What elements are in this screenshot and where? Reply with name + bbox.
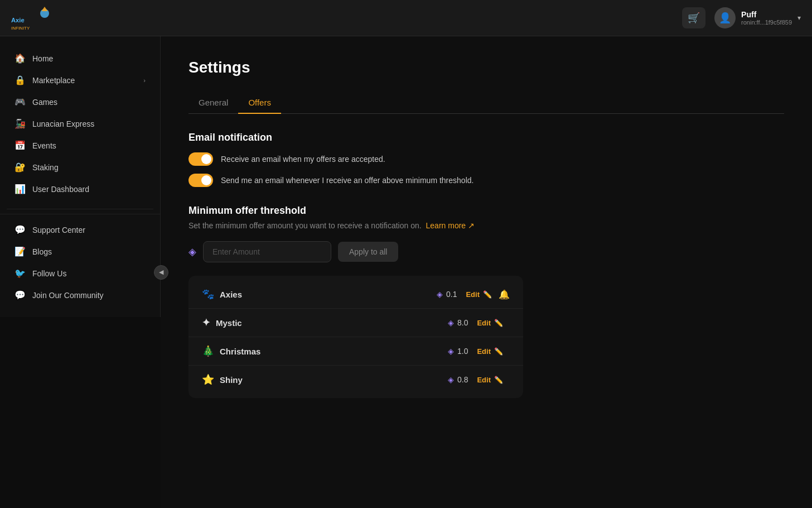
sidebar-item-label: Blogs	[32, 247, 52, 256]
discord-icon: 💬	[14, 290, 26, 300]
external-link-icon: ↗	[468, 221, 475, 230]
apply-to-all-button[interactable]: Apply to all	[338, 242, 398, 262]
sidebar-item-staking[interactable]: 🔐 Staking	[7, 156, 153, 178]
tab-offers[interactable]: Offers	[238, 92, 281, 114]
sidebar-item-support-center[interactable]: 💬 Support Center	[7, 219, 153, 241]
offer-label-shiny: Shiny	[220, 375, 243, 385]
toggle-accept[interactable]	[188, 152, 213, 166]
offer-label-mystic: Mystic	[216, 318, 242, 328]
threshold-title: Minimum offer threshold	[188, 205, 784, 217]
user-info: Puff ronin:ff...1f9c5f859	[741, 10, 792, 26]
home-icon: 🏠	[14, 53, 26, 64]
christmas-icon: 🎄	[202, 345, 214, 357]
sidebar-item-marketplace[interactable]: 🔒 Marketplace ›	[7, 69, 153, 91]
offer-eth-axies: ◈ 0.1	[437, 290, 457, 299]
logo-area: Axie INFINITY	[11, 4, 56, 32]
offers-table: 🐾 Axies ◈ 0.1 Edit ✏️ 🔔 ✦ Mystic ◈	[188, 276, 523, 398]
blog-icon: 📝	[14, 246, 26, 257]
sidebar-item-follow-us[interactable]: 🐦 Follow Us	[7, 262, 153, 284]
sidebar-item-home[interactable]: 🏠 Home	[7, 47, 153, 69]
user-menu[interactable]: 👤 Puff ronin:ff...1f9c5f859 ▾	[714, 7, 801, 28]
sidebar-wrapper: 🏠 Home 🔒 Marketplace › 🎮 Games 🚂 Lunacia…	[0, 36, 161, 508]
email-notification-title: Email notification	[188, 132, 784, 143]
chevron-right-icon: ›	[143, 77, 146, 84]
toggle-row-accept: Receive an email when my offers are acce…	[188, 152, 784, 166]
calendar-icon: 📅	[14, 140, 26, 151]
support-icon: 💬	[14, 224, 26, 235]
sidebar-item-events[interactable]: 📅 Events	[7, 135, 153, 156]
sidebar-divider	[7, 209, 153, 209]
edit-button-mystic[interactable]: Edit	[477, 319, 491, 327]
offer-row-christmas: 🎄 Christmas ◈ 1.0 Edit ✏️	[188, 337, 523, 366]
edit-button-shiny[interactable]: Edit	[477, 376, 491, 384]
offer-row-mystic: ✦ Mystic ◈ 8.0 Edit ✏️	[188, 309, 523, 337]
toggle-threshold[interactable]	[188, 174, 213, 187]
offer-name-christmas: 🎄 Christmas	[202, 345, 448, 357]
learn-more-link[interactable]: Learn more ↗	[426, 221, 475, 230]
offer-eth-christmas: ◈ 1.0	[448, 347, 468, 356]
offer-name-shiny: ⭐ Shiny	[202, 373, 448, 386]
twitter-icon: 🐦	[14, 268, 26, 279]
sidebar-item-lunacian-express[interactable]: 🚂 Lunacian Express	[7, 113, 153, 135]
tab-general[interactable]: General	[188, 92, 238, 114]
sidebar: 🏠 Home 🔒 Marketplace › 🎮 Games 🚂 Lunacia…	[0, 36, 161, 317]
offer-label-axies: Axies	[220, 290, 242, 299]
main-layout: 🏠 Home 🔒 Marketplace › 🎮 Games 🚂 Lunacia…	[0, 36, 812, 508]
eth-icon-mystic: ◈	[448, 318, 454, 327]
pencil-icon-mystic[interactable]: ✏️	[494, 319, 503, 327]
toggle-label-threshold: Send me an email whenever I receive an o…	[221, 176, 473, 185]
pencil-icon-shiny[interactable]: ✏️	[494, 376, 503, 384]
sidebar-item-join-community[interactable]: 💬 Join Our Community	[7, 284, 153, 306]
sidebar-collapse-button[interactable]: ◀	[154, 265, 168, 280]
offer-eth-value-axies: 0.1	[446, 290, 457, 299]
offer-row-axies: 🐾 Axies ◈ 0.1 Edit ✏️ 🔔	[188, 280, 523, 309]
cart-button[interactable]: 🛒	[682, 7, 705, 28]
offer-name-axies: 🐾 Axies	[202, 288, 437, 300]
user-name: Puff	[741, 10, 792, 19]
threshold-description: Set the minimum offer amount you want to…	[188, 221, 784, 230]
toggle-knob-threshold	[201, 175, 211, 185]
mystic-icon: ✦	[202, 317, 210, 329]
alert-icon-axies[interactable]: 🔔	[499, 289, 510, 300]
sidebar-item-games[interactable]: 🎮 Games	[7, 91, 153, 113]
sidebar-item-label: Games	[32, 98, 57, 107]
sidebar-item-label: Support Center	[32, 226, 85, 234]
toggle-row-threshold: Send me an email whenever I receive an o…	[188, 174, 784, 187]
sidebar-item-label: Join Our Community	[32, 291, 104, 300]
dashboard-icon: 📊	[14, 184, 26, 194]
learn-more-label: Learn more	[426, 221, 466, 230]
edit-button-christmas[interactable]: Edit	[477, 347, 491, 356]
sidebar-item-label: Events	[32, 141, 56, 150]
sidebar-item-user-dashboard[interactable]: 📊 User Dashboard	[7, 178, 153, 200]
shiny-icon: ⭐	[202, 373, 214, 386]
eth-icon-christmas: ◈	[448, 347, 454, 356]
offer-eth-mystic: ◈ 8.0	[448, 318, 468, 327]
marketplace-icon: 🔒	[14, 75, 26, 85]
tabs: General Offers	[188, 92, 784, 114]
svg-text:INFINITY: INFINITY	[11, 26, 30, 31]
pencil-icon-axies[interactable]: ✏️	[483, 290, 492, 299]
svg-text:Axie: Axie	[11, 17, 25, 23]
sidebar-bottom: 💬 Support Center 📝 Blogs 🐦 Follow Us 💬 J…	[0, 214, 160, 310]
sidebar-item-label: User Dashboard	[32, 185, 89, 194]
user-wallet: ronin:ff...1f9c5f859	[741, 19, 792, 26]
sidebar-item-label: Lunacian Express	[32, 119, 94, 128]
train-icon: 🚂	[14, 118, 26, 129]
offer-eth-shiny: ◈ 0.8	[448, 375, 468, 384]
sidebar-item-label: Marketplace	[32, 76, 75, 85]
staking-icon: 🔐	[14, 162, 26, 172]
amount-input-row: ◈ Apply to all	[188, 241, 784, 262]
avatar: 👤	[714, 7, 736, 28]
pencil-icon-christmas[interactable]: ✏️	[494, 347, 503, 356]
page-title: Settings	[188, 59, 784, 76]
offer-eth-value-mystic: 8.0	[457, 318, 468, 327]
chevron-down-icon: ▾	[798, 14, 801, 22]
edit-button-axies[interactable]: Edit	[466, 290, 480, 299]
sidebar-item-label: Home	[32, 54, 53, 63]
games-icon: 🎮	[14, 97, 26, 107]
sidebar-item-blogs[interactable]: 📝 Blogs	[7, 241, 153, 262]
sidebar-nav: 🏠 Home 🔒 Marketplace › 🎮 Games 🚂 Lunacia…	[0, 43, 160, 204]
offer-eth-value-christmas: 1.0	[457, 347, 468, 356]
offer-label-christmas: Christmas	[220, 347, 260, 356]
enter-amount-input[interactable]	[203, 241, 331, 262]
